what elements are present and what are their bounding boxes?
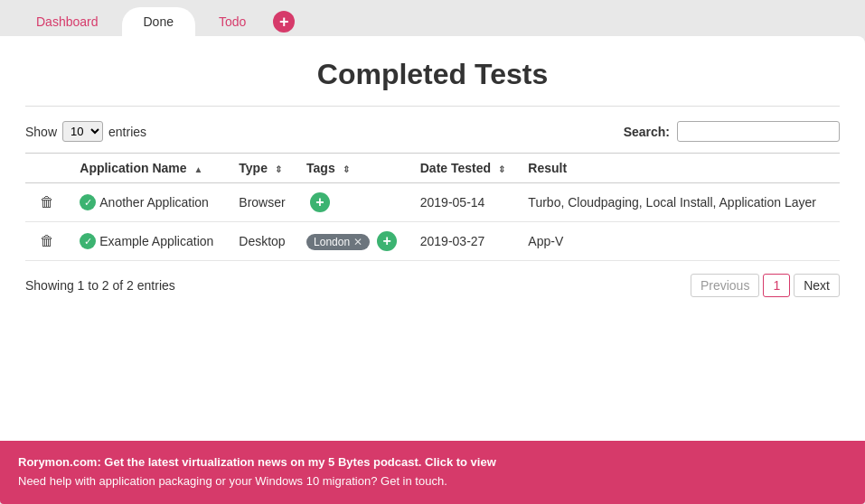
add-tab-icon: + — [273, 11, 295, 33]
entries-select[interactable]: 10 25 50 — [62, 121, 103, 142]
show-label: Show — [25, 125, 57, 139]
app-type: Browser — [230, 183, 297, 222]
table-header-row: Application Name ▲ Type ⇕ Tags ⇕ Date Te… — [25, 154, 840, 183]
tab-dashboard[interactable]: Dashboard — [14, 7, 120, 36]
table-row: 🗑✓Example ApplicationDesktopLondon✕+2019… — [25, 222, 840, 261]
tabs-bar: Dashboard Done Todo + — [0, 0, 865, 36]
table-row: 🗑✓Another ApplicationBrowser+2019-05-14T… — [25, 183, 840, 222]
table-controls: Show 10 25 50 entries Search: — [25, 121, 840, 142]
delete-row-button[interactable]: 🗑 — [34, 231, 60, 251]
col-delete — [25, 154, 71, 183]
app-name: Example Application — [99, 234, 213, 248]
col-date[interactable]: Date Tested ⇕ — [411, 154, 520, 183]
footer-line2: Need help with application packaging or … — [18, 472, 847, 491]
results-table: Application Name ▲ Type ⇕ Tags ⇕ Date Te… — [25, 153, 840, 261]
result: App-V — [519, 222, 840, 261]
app-name: Another Application — [99, 195, 209, 210]
delete-row-button[interactable]: 🗑 — [34, 192, 60, 212]
footer-line1: Rorymon.com: Get the latest virtualizati… — [18, 453, 847, 472]
app-type: Desktop — [230, 222, 297, 261]
sort-date-icon: ⇕ — [498, 164, 505, 174]
show-entries-area: Show 10 25 50 entries — [25, 121, 146, 142]
col-result: Result — [519, 154, 840, 183]
col-app-name[interactable]: Application Name ▲ — [71, 154, 230, 183]
previous-button[interactable]: Previous — [691, 274, 759, 297]
add-tab-button[interactable]: + — [273, 11, 295, 33]
page-1-button[interactable]: 1 — [763, 274, 790, 297]
main-content: Completed Tests Show 10 25 50 entries Se… — [0, 36, 865, 441]
sort-tags-icon: ⇕ — [343, 164, 350, 174]
col-type[interactable]: Type ⇕ — [230, 154, 297, 183]
remove-tag-button[interactable]: ✕ — [353, 236, 362, 248]
status-check-icon: ✓ — [80, 194, 96, 210]
status-check-icon: ✓ — [80, 233, 96, 249]
tag-pill: London✕ — [306, 234, 370, 250]
pagination-row: Showing 1 to 2 of 2 entries Previous 1 N… — [25, 261, 840, 310]
divider — [25, 106, 840, 107]
date-tested: 2019-05-14 — [411, 183, 520, 222]
showing-text: Showing 1 to 2 of 2 entries — [25, 278, 175, 293]
result: Turbo, Cloudpaging, Local Install, Appli… — [519, 183, 840, 222]
add-tag-button[interactable]: + — [377, 231, 397, 251]
pagination-controls: Previous 1 Next — [691, 274, 840, 297]
tab-todo[interactable]: Todo — [197, 7, 268, 36]
sort-app-name-icon: ▲ — [193, 164, 202, 174]
entries-label: entries — [108, 125, 146, 139]
tab-done[interactable]: Done — [122, 7, 195, 36]
search-area: Search: — [624, 121, 840, 142]
next-button[interactable]: Next — [794, 274, 840, 297]
sort-type-icon: ⇕ — [275, 164, 282, 174]
add-tag-button[interactable]: + — [310, 192, 330, 212]
page-title: Completed Tests — [25, 58, 840, 91]
date-tested: 2019-03-27 — [411, 222, 520, 261]
search-input[interactable] — [677, 121, 840, 142]
col-tags[interactable]: Tags ⇕ — [297, 154, 411, 183]
footer-banner[interactable]: Rorymon.com: Get the latest virtualizati… — [0, 441, 865, 504]
search-label: Search: — [624, 125, 670, 139]
